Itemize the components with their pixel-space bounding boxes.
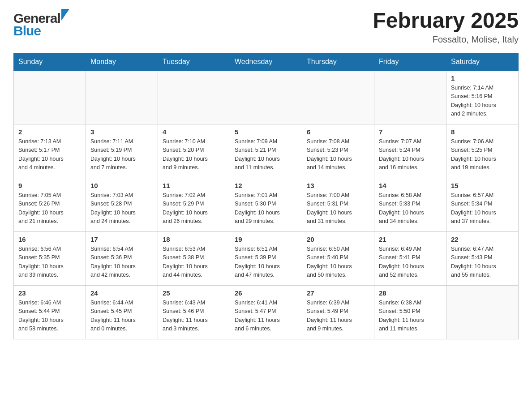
day-number: 22	[451, 235, 514, 243]
calendar-cell: 26Sunrise: 6:41 AMSunset: 5:47 PMDayligh…	[230, 285, 302, 339]
day-number: 9	[18, 182, 81, 189]
day-number: 14	[379, 182, 442, 189]
logo-blue-text: Blue	[13, 23, 69, 39]
day-number: 12	[235, 182, 297, 189]
calendar-cell	[158, 70, 230, 124]
day-number: 15	[451, 182, 514, 189]
day-number: 24	[90, 289, 153, 297]
day-info: Sunrise: 6:44 AMSunset: 5:45 PMDaylight:…	[90, 299, 153, 334]
calendar-cell: 12Sunrise: 7:01 AMSunset: 5:30 PMDayligh…	[230, 178, 302, 231]
day-info: Sunrise: 7:08 AMSunset: 5:23 PMDaylight:…	[307, 137, 369, 172]
calendar-cell: 18Sunrise: 6:53 AMSunset: 5:38 PMDayligh…	[158, 231, 230, 285]
calendar-cell: 13Sunrise: 7:00 AMSunset: 5:31 PMDayligh…	[302, 178, 374, 231]
day-info: Sunrise: 6:41 AMSunset: 5:47 PMDaylight:…	[235, 299, 297, 334]
day-info: Sunrise: 6:47 AMSunset: 5:43 PMDaylight:…	[451, 245, 514, 280]
calendar-cell: 7Sunrise: 7:07 AMSunset: 5:24 PMDaylight…	[374, 124, 446, 178]
calendar-cell: 21Sunrise: 6:49 AMSunset: 5:41 PMDayligh…	[374, 231, 446, 285]
logo-triangle-icon	[61, 9, 69, 22]
calendar-cell: 8Sunrise: 7:06 AMSunset: 5:25 PMDaylight…	[446, 124, 519, 178]
day-number: 1	[451, 74, 514, 82]
day-info: Sunrise: 6:56 AMSunset: 5:35 PMDaylight:…	[18, 245, 81, 280]
calendar-cell: 17Sunrise: 6:54 AMSunset: 5:36 PMDayligh…	[86, 231, 158, 285]
calendar-week-5: 23Sunrise: 6:46 AMSunset: 5:44 PMDayligh…	[14, 285, 519, 339]
day-number: 19	[235, 235, 297, 243]
calendar-cell	[230, 70, 302, 124]
calendar-cell: 22Sunrise: 6:47 AMSunset: 5:43 PMDayligh…	[446, 231, 519, 285]
day-info: Sunrise: 6:53 AMSunset: 5:38 PMDaylight:…	[163, 245, 225, 280]
calendar-cell: 15Sunrise: 6:57 AMSunset: 5:34 PMDayligh…	[446, 178, 519, 231]
day-number: 26	[235, 289, 297, 297]
calendar-cell	[86, 70, 158, 124]
day-number: 13	[307, 182, 369, 189]
day-number: 25	[163, 289, 225, 297]
day-info: Sunrise: 6:51 AMSunset: 5:39 PMDaylight:…	[235, 245, 297, 280]
day-number: 16	[18, 235, 81, 243]
day-info: Sunrise: 6:39 AMSunset: 5:49 PMDaylight:…	[307, 299, 369, 334]
day-info: Sunrise: 7:10 AMSunset: 5:20 PMDaylight:…	[163, 137, 225, 172]
day-info: Sunrise: 6:43 AMSunset: 5:46 PMDaylight:…	[163, 299, 225, 334]
calendar-cell: 16Sunrise: 6:56 AMSunset: 5:35 PMDayligh…	[14, 231, 86, 285]
day-number: 17	[90, 235, 153, 243]
page-header: General Blue February 2025 Fossalto, Mol…	[13, 9, 519, 45]
day-info: Sunrise: 7:11 AMSunset: 5:19 PMDaylight:…	[90, 137, 153, 172]
calendar-cell: 14Sunrise: 6:58 AMSunset: 5:33 PMDayligh…	[374, 178, 446, 231]
day-info: Sunrise: 7:14 AMSunset: 5:16 PMDaylight:…	[451, 84, 514, 119]
calendar-cell: 10Sunrise: 7:03 AMSunset: 5:28 PMDayligh…	[86, 178, 158, 231]
calendar-cell	[446, 285, 519, 339]
calendar-cell: 9Sunrise: 7:05 AMSunset: 5:26 PMDaylight…	[14, 178, 86, 231]
calendar-cell	[14, 70, 86, 124]
calendar-cell: 23Sunrise: 6:46 AMSunset: 5:44 PMDayligh…	[14, 285, 86, 339]
day-info: Sunrise: 6:46 AMSunset: 5:44 PMDaylight:…	[18, 299, 81, 334]
calendar-cell: 11Sunrise: 7:02 AMSunset: 5:29 PMDayligh…	[158, 178, 230, 231]
day-number: 28	[379, 289, 442, 297]
day-info: Sunrise: 7:03 AMSunset: 5:28 PMDaylight:…	[90, 191, 153, 226]
day-number: 10	[90, 182, 153, 189]
calendar-dow-wednesday: Wednesday	[230, 53, 302, 70]
svg-marker-0	[61, 9, 69, 21]
day-number: 23	[18, 289, 81, 297]
calendar-cell: 2Sunrise: 7:13 AMSunset: 5:17 PMDaylight…	[14, 124, 86, 178]
calendar-cell	[302, 70, 374, 124]
day-info: Sunrise: 7:00 AMSunset: 5:31 PMDaylight:…	[307, 191, 369, 226]
calendar-week-1: 1Sunrise: 7:14 AMSunset: 5:16 PMDaylight…	[14, 70, 519, 124]
calendar-cell: 1Sunrise: 7:14 AMSunset: 5:16 PMDaylight…	[446, 70, 519, 124]
day-info: Sunrise: 7:02 AMSunset: 5:29 PMDaylight:…	[163, 191, 225, 226]
day-number: 4	[163, 128, 225, 136]
day-info: Sunrise: 7:01 AMSunset: 5:30 PMDaylight:…	[235, 191, 297, 226]
day-number: 11	[163, 182, 225, 189]
calendar-cell	[374, 70, 446, 124]
day-info: Sunrise: 6:38 AMSunset: 5:50 PMDaylight:…	[379, 299, 442, 334]
calendar-dow-saturday: Saturday	[446, 53, 519, 70]
day-number: 27	[307, 289, 369, 297]
day-info: Sunrise: 6:54 AMSunset: 5:36 PMDaylight:…	[90, 245, 153, 280]
calendar-table: SundayMondayTuesdayWednesdayThursdayFrid…	[13, 53, 519, 339]
day-number: 2	[18, 128, 81, 136]
day-info: Sunrise: 6:58 AMSunset: 5:33 PMDaylight:…	[379, 191, 442, 226]
location-text: Fossalto, Molise, Italy	[373, 34, 519, 45]
calendar-week-2: 2Sunrise: 7:13 AMSunset: 5:17 PMDaylight…	[14, 124, 519, 178]
day-number: 7	[379, 128, 442, 136]
day-info: Sunrise: 6:50 AMSunset: 5:40 PMDaylight:…	[307, 245, 369, 280]
calendar-cell: 20Sunrise: 6:50 AMSunset: 5:40 PMDayligh…	[302, 231, 374, 285]
day-info: Sunrise: 6:57 AMSunset: 5:34 PMDaylight:…	[451, 191, 514, 226]
day-number: 5	[235, 128, 297, 136]
day-number: 21	[379, 235, 442, 243]
day-number: 6	[307, 128, 369, 136]
calendar-dow-friday: Friday	[374, 53, 446, 70]
day-info: Sunrise: 6:49 AMSunset: 5:41 PMDaylight:…	[379, 245, 442, 280]
calendar-week-3: 9Sunrise: 7:05 AMSunset: 5:26 PMDaylight…	[14, 178, 519, 231]
calendar-cell: 24Sunrise: 6:44 AMSunset: 5:45 PMDayligh…	[86, 285, 158, 339]
calendar-dow-thursday: Thursday	[302, 53, 374, 70]
calendar-cell: 27Sunrise: 6:39 AMSunset: 5:49 PMDayligh…	[302, 285, 374, 339]
calendar-week-4: 16Sunrise: 6:56 AMSunset: 5:35 PMDayligh…	[14, 231, 519, 285]
day-info: Sunrise: 7:06 AMSunset: 5:25 PMDaylight:…	[451, 137, 514, 172]
day-number: 3	[90, 128, 153, 136]
title-block: February 2025 Fossalto, Molise, Italy	[373, 9, 519, 45]
day-number: 8	[451, 128, 514, 136]
day-number: 20	[307, 235, 369, 243]
calendar-cell: 19Sunrise: 6:51 AMSunset: 5:39 PMDayligh…	[230, 231, 302, 285]
month-title: February 2025	[373, 9, 519, 33]
day-info: Sunrise: 7:09 AMSunset: 5:21 PMDaylight:…	[235, 137, 297, 172]
calendar-dow-tuesday: Tuesday	[158, 53, 230, 70]
calendar-cell: 4Sunrise: 7:10 AMSunset: 5:20 PMDaylight…	[158, 124, 230, 178]
